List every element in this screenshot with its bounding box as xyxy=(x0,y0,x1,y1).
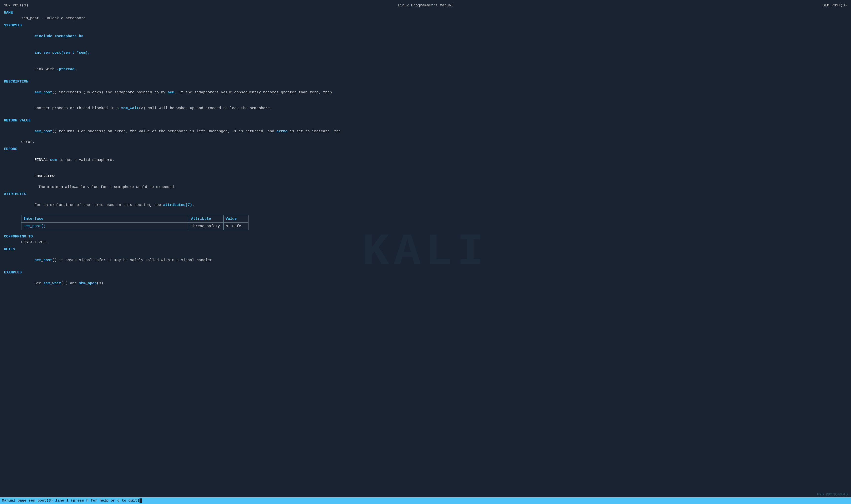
rv-title-span: RETURN VALUE xyxy=(4,119,31,123)
sem-ref: sem xyxy=(168,90,174,95)
col-attribute-header: Attribute xyxy=(189,215,224,222)
desc-mid: () increments (unlocks) the semaphore po… xyxy=(52,90,168,95)
einval-sem: sem xyxy=(48,158,57,162)
eoverflow-line1: EOVERFLOW xyxy=(4,169,847,184)
synopsis-func: int sem_post(sem_t *sem); xyxy=(4,45,847,60)
sem-wait-ref: sem_wait xyxy=(121,106,139,110)
row1-interface: sem_post() xyxy=(21,223,189,230)
attributes-link: attributes(7) xyxy=(163,203,192,207)
desc-post: . If the semaphore's value consequently … xyxy=(174,90,332,95)
examples-line1: See sem_wait(3) and shm_open(3). xyxy=(4,276,847,291)
einval-line: EINVAL sem is not a valid semaphore. xyxy=(4,152,847,168)
return-value-title: RETURN VALUE xyxy=(4,118,847,123)
return-line1: sem_post() returns 0 on success; on erro… xyxy=(4,124,847,139)
header-center: Linux Programmer's Manual xyxy=(398,3,453,8)
examples-end: (3). xyxy=(97,281,105,286)
return-line2: error. xyxy=(4,140,847,145)
attributes-title: ATTRIBUTES xyxy=(4,192,847,197)
section-description: DESCRIPTION sem_post() increments (unloc… xyxy=(4,79,847,116)
description-title: DESCRIPTION xyxy=(4,79,847,84)
func-text: int sem_post(sem_t *sem); xyxy=(35,51,90,55)
errno-ref: errno xyxy=(276,129,288,133)
synopsis-link: Link with -pthread. xyxy=(4,61,847,77)
section-return-value: RETURN VALUE sem_post() returns 0 on suc… xyxy=(4,118,847,145)
include-text: #include <semaphore.h> xyxy=(35,34,83,38)
shm-open-link: shm_open xyxy=(79,281,97,286)
rv-post: is set to indicate the xyxy=(288,129,341,133)
cursor-block: █ xyxy=(140,499,142,503)
link-flag: -pthread xyxy=(57,67,74,71)
eoverflow-text: The maximum allowable value for a semaph… xyxy=(4,184,847,190)
table-data-row: sem_post() Thread safety MT-Safe xyxy=(21,223,248,230)
attributes-table: Interface Attribute Value sem_post() Thr… xyxy=(21,215,248,230)
sem-post-ref2: sem_post xyxy=(35,129,52,133)
notes-title: NOTES xyxy=(4,247,847,252)
errors-title: ERRORS xyxy=(4,147,847,152)
synopsis-title: SYNOPSIS xyxy=(4,23,847,28)
section-synopsis: SYNOPSIS #include <semaphore.h> int sem_… xyxy=(4,23,847,77)
einval-code: EINVAL xyxy=(35,158,48,162)
notes-line1: sem_post() is async-signal-safe: it may … xyxy=(4,252,847,268)
attributes-intro: For an explanation of the terms used in … xyxy=(4,197,847,213)
bottom-credit: CSDN @爱写代码的阿庆 xyxy=(817,492,849,497)
sem-post-ref3: sem_post xyxy=(35,258,52,262)
status-bar: Manual page sem_post(3) line 1 (press h … xyxy=(0,497,851,504)
header-left: SEM_POST(3) xyxy=(4,3,28,8)
man-page-header: SEM_POST(3) Linux Programmer's Manual SE… xyxy=(4,3,847,8)
eoverflow-code: EOVERFLOW xyxy=(35,175,54,179)
name-content: sem_post - unlock a semaphore xyxy=(4,16,847,21)
name-title: NAME xyxy=(4,10,847,15)
einval-rest: is not a valid semaphore. xyxy=(57,158,115,162)
header-right: SEM_POST(3) xyxy=(823,3,847,8)
rv-mid: () returns 0 on success; on error, the v… xyxy=(52,129,276,133)
table-header-row: Interface Attribute Value xyxy=(21,215,248,223)
status-text: Manual page sem_post(3) line 1 (press h … xyxy=(2,499,140,503)
section-conforming: CONFORMING TO POSIX.1-2001. xyxy=(4,234,847,245)
section-examples: EXAMPLES See sem_wait(3) and shm_open(3)… xyxy=(4,270,847,291)
col-interface-header: Interface xyxy=(21,215,189,222)
section-attributes: ATTRIBUTES For an explanation of the ter… xyxy=(4,192,847,232)
examples-mid: (3) and xyxy=(61,281,79,286)
attr-intro-text: For an explanation of the terms used in … xyxy=(35,203,163,207)
section-name: NAME sem_post - unlock a semaphore xyxy=(4,10,847,21)
attr-link-end: . xyxy=(192,203,194,207)
section-notes: NOTES sem_post() is async-signal-safe: i… xyxy=(4,247,847,268)
synopsis-include: #include <semaphore.h> xyxy=(4,29,847,44)
sem-wait-link: sem_wait xyxy=(44,281,61,286)
description-line1: sem_post() increments (unlocks) the sema… xyxy=(4,85,847,100)
col-value-header: Value xyxy=(224,215,248,222)
conforming-title: CONFORMING TO xyxy=(4,234,847,239)
link-end: . xyxy=(74,67,77,71)
desc-line2-pre: another process or thread blocked in a xyxy=(35,106,121,110)
notes-rest: () is async-signal-safe: it may be safel… xyxy=(52,258,214,262)
description-line2: another process or thread blocked in a s… xyxy=(4,101,847,116)
conforming-content: POSIX.1-2001. xyxy=(4,240,847,245)
section-errors: ERRORS EINVAL sem is not a valid semapho… xyxy=(4,147,847,190)
see-text: See xyxy=(35,281,44,286)
sem-post-ref1: sem_post xyxy=(35,90,52,95)
row1-attribute: Thread safety xyxy=(189,223,224,230)
desc-line2-rest: (3) call will be woken up and proceed to… xyxy=(139,106,272,110)
row1-value: MT-Safe xyxy=(224,223,248,230)
examples-title: EXAMPLES xyxy=(4,270,847,275)
link-pre: Link with xyxy=(35,67,57,71)
